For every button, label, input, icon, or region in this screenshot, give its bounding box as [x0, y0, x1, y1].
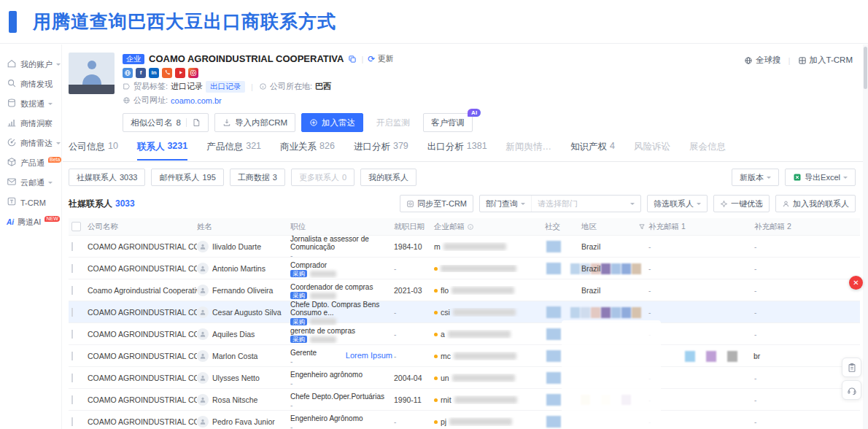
feedback-survey-button[interactable]: [842, 358, 861, 377]
table-row[interactable]: COAMO AGROINDUSTRIAL COOPERAT...Ilivaldo…: [69, 236, 860, 258]
contact-name-cell: Fernando Oliveira: [197, 285, 290, 296]
sidebar-item-product[interactable]: 产品通Beta: [0, 153, 61, 173]
phone-icon[interactable]: [162, 68, 172, 78]
tab-产品信息[interactable]: 产品信息321: [206, 141, 261, 161]
similar-companies-button[interactable]: 相似公司名8: [123, 113, 209, 132]
row-checkbox[interactable]: [71, 264, 73, 273]
youtube-icon[interactable]: [175, 68, 185, 78]
copy-icon[interactable]: [348, 55, 357, 63]
refresh-icon: ⟳: [368, 54, 375, 64]
sidebar-item-ai[interactable]: Ai腾道AINEW❯: [0, 212, 61, 232]
page: 用腾道查询巴西大豆出口商联系方式 我的账户商情发现数据通商情洞察商情雷达产品通B…: [0, 0, 868, 429]
company-website-link[interactable]: coamo.com.br: [171, 96, 222, 105]
sync-tcrm-button[interactable]: 同步至T-CRM: [400, 195, 473, 212]
table-row[interactable]: COAMO AGROINDUSTRIAL COOPERAT...Cesar Au…: [69, 301, 860, 323]
chip-邮件联系人[interactable]: 邮件联系人195: [151, 169, 223, 186]
chart-icon: [7, 117, 17, 131]
chip-label: 邮件联系人: [159, 172, 199, 183]
position-badge: 采购: [290, 292, 307, 299]
sidebar-item-chart[interactable]: 商情洞察: [0, 114, 61, 134]
sidebar-badge: Beta: [48, 157, 61, 163]
avatar: [197, 328, 209, 340]
facebook-icon[interactable]: f: [136, 68, 146, 78]
job-title-subline: 采购: [290, 292, 390, 300]
refresh-button[interactable]: ⟳更新: [368, 53, 393, 64]
table-row[interactable]: Coamo Agroindustrial CooperativaFernando…: [69, 279, 860, 301]
row-checkbox-cell: [69, 374, 88, 382]
sidebar-item-database[interactable]: 数据通: [0, 94, 61, 114]
tcrm-grid-icon: [798, 56, 807, 65]
instagram-icon[interactable]: [188, 68, 198, 78]
row-checkbox[interactable]: [71, 417, 73, 426]
scrollbar-thumb[interactable]: [864, 47, 867, 89]
table-row[interactable]: COAMO AGROINDUSTRIAL COOPERAT...Antonio …: [69, 258, 860, 279]
column-header-2: 姓名: [197, 222, 290, 232]
global-search-button[interactable]: 全球搜: [744, 55, 781, 66]
join-tcrm-button[interactable]: 加入T-CRM: [798, 55, 853, 66]
import-crm-button[interactable]: 导入内部CRM: [214, 113, 295, 132]
trade-tag-export[interactable]: 出口记录: [206, 81, 245, 93]
table-row[interactable]: COAMO AGROINDUSTRIAL COOPERAT...Pedro Fa…: [69, 411, 860, 429]
export-excel-button[interactable]: 导出Excel: [785, 169, 856, 186]
row-checkbox[interactable]: [71, 330, 73, 339]
filter-funnel-icon[interactable]: [638, 223, 646, 231]
customer-service-button[interactable]: [842, 380, 861, 400]
sidebar-item-tcrm[interactable]: T-CRM: [0, 193, 61, 212]
search-icon: [7, 78, 17, 91]
background-check-button[interactable]: 客户背调 AI: [423, 113, 473, 132]
tab-进口分析[interactable]: 进口分析379: [354, 141, 408, 161]
row-checkbox[interactable]: [71, 374, 73, 382]
table-row[interactable]: COAMO AGROINDUSTRIAL COOPERAT...Marlon C…: [69, 345, 860, 367]
join-radar-button[interactable]: 加入雷达: [301, 113, 363, 132]
department-select[interactable]: 请选择部门: [531, 196, 640, 212]
trade-tag-import[interactable]: 进口记录: [171, 81, 203, 92]
quick-select-button[interactable]: 一键优选: [713, 195, 770, 212]
row-checkbox[interactable]: [71, 242, 73, 251]
email-status-dot: [434, 333, 438, 336]
row-checkbox[interactable]: [71, 395, 73, 404]
title-accent-bar: [9, 11, 17, 33]
website-icon[interactable]: [123, 68, 133, 78]
row-checkbox[interactable]: [71, 352, 73, 360]
spark-icon: [720, 200, 728, 208]
product-icon: [7, 157, 17, 170]
person-photo-icon: [79, 57, 105, 86]
start-date-cell: -: [394, 330, 434, 339]
row-checkbox[interactable]: [71, 308, 73, 317]
company-card: 企业 COAMO AGROINDUSTRIAL COOPERATIVA | ⟳更…: [63, 45, 863, 132]
start-date-cell: -: [394, 308, 434, 317]
add-my-contacts-button[interactable]: 加入我的联系人: [775, 195, 856, 212]
select-all-checkbox[interactable]: [71, 222, 81, 231]
sidebar-item-mail[interactable]: 云邮通: [0, 173, 61, 193]
chevron-down-icon: [48, 103, 53, 107]
linkedin-icon[interactable]: in: [149, 68, 159, 78]
sidebar-item-radar[interactable]: 商情雷达: [0, 134, 61, 153]
company-photo[interactable]: [69, 53, 115, 94]
tab-知识产权[interactable]: 知识产权4: [570, 141, 615, 161]
table-row[interactable]: COAMO AGROINDUSTRIAL COOPERAT...Rosa Nit…: [69, 389, 860, 411]
company-top-links: 全球搜 | 加入T-CRM: [744, 55, 853, 66]
sidebar-item-search[interactable]: 商情发现: [0, 74, 61, 94]
tab-联系人[interactable]: 联系人3231: [137, 141, 187, 161]
scrollbar[interactable]: [863, 45, 868, 429]
row-checkbox-cell: [69, 352, 88, 360]
chip-我的联系人[interactable]: 我的联系人: [360, 169, 416, 186]
tab-出口分析[interactable]: 出口分析1381: [427, 141, 487, 161]
extra-censored-icons: [685, 351, 748, 362]
tab-商业关系[interactable]: 商业关系826: [280, 141, 335, 161]
table-row[interactable]: COAMO AGROINDUSTRIAL COOPERAT...Aquiles …: [69, 323, 860, 345]
filter-contacts-button[interactable]: 筛选联系人: [647, 195, 708, 212]
row-checkbox[interactable]: [71, 286, 73, 295]
tab-公司信息[interactable]: 公司信息10: [69, 141, 118, 161]
sync-icon: [406, 200, 414, 208]
divider: |: [361, 55, 363, 63]
tab-label: 公司信息: [69, 141, 105, 153]
chip-工商数据[interactable]: 工商数据3: [230, 169, 285, 186]
floating-activity-icon[interactable]: ✕: [849, 276, 863, 290]
sidebar: 我的账户商情发现数据通商情洞察商情雷达产品通Beta云邮通T-CRMAi腾道AI…: [0, 45, 62, 429]
table-row[interactable]: COAMO AGROINDUSTRIAL COOPERAT...Ulysses …: [69, 367, 860, 389]
version-dropdown[interactable]: 新版本: [732, 169, 779, 186]
department-query-button[interactable]: 部门查询: [480, 196, 531, 212]
sidebar-item-home[interactable]: 我的账户: [0, 55, 61, 74]
chip-社媒联系人[interactable]: 社媒联系人3033: [69, 169, 145, 186]
